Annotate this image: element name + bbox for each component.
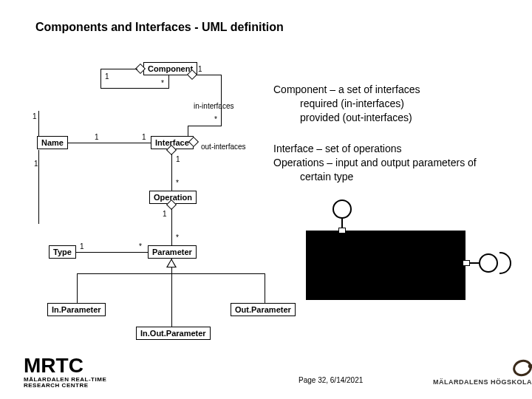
description-block-1: Component – a set of interfaces required… [273,83,510,125]
footer-logo-right: MÄLARDALENS HÖGSKOLA [433,360,532,386]
component-body [306,231,466,300]
mult-one: 1 [163,210,167,218]
mrtc-logo-text: MRTC [24,354,106,378]
mult-one: 1 [142,133,146,141]
page-number: Page 32, 6/14/2021 [299,376,363,384]
desc-line: Component – a set of interfaces [273,83,420,95]
port-icon [338,228,346,233]
mult-many: * [214,115,217,123]
university-logo-icon [511,358,532,379]
uml-box-inout-parameter: In.Out.Parameter [136,327,211,340]
mult-one: 1 [198,65,202,73]
desc-line: Operations – input and output parameters… [273,157,477,168]
uml-box-out-parameter: Out.Parameter [231,303,296,316]
uml-box-parameter: Parameter [148,245,197,259]
uml-box-in-parameter: In.Parameter [47,303,106,316]
socket-icon [499,252,511,274]
mult-one: 1 [176,155,180,163]
mult-many: * [161,79,164,87]
desc-line: Interface – set of operations [273,143,402,154]
mult-one: 1 [95,133,99,141]
desc-line: provided (out-interfaces) [273,111,510,125]
desc-line: required (in-interfaces) [273,97,510,111]
mrtc-subtitle-2: RESEARCH CENTRE [24,382,106,389]
footer-logo-left: MRTC MÄLARDALEN REAL-TIME RESEARCH CENTR… [24,354,106,389]
university-name: MÄLARDALENS HÖGSKOLA [433,378,532,386]
mult-one: 1 [33,112,37,120]
description-block-2: Interface – set of operations Operations… [273,142,517,184]
mult-many: * [176,179,179,187]
label-out-interfaces: out-interfaces [201,143,246,151]
slide-title: Components and Interfaces - UML definiti… [35,21,284,34]
mult-one: 1 [34,160,38,168]
lollipop-icon [332,200,352,219]
mult-one: 1 [105,72,109,81]
mult-many: * [139,242,142,250]
desc-line: certain type [273,170,517,184]
mult-one: 1 [80,242,84,250]
label-in-interfaces: in-interfaces [194,102,233,110]
mult-many: * [176,233,179,242]
lollipop-icon [479,253,498,273]
uml-box-name: Name [37,136,68,149]
port-icon [463,260,470,266]
uml-diagram: Component 1 * in-interfaces 1 * Name Int… [33,59,269,340]
uml-box-type: Type [49,245,76,259]
